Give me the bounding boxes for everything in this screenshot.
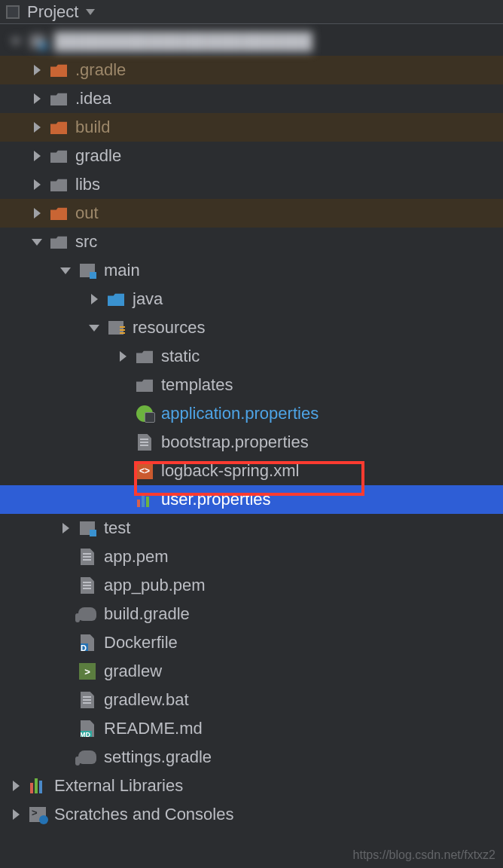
tree-label: .idea — [75, 89, 111, 108]
tree-label: External Libraries — [54, 776, 183, 796]
tree-label: gradlew.bat — [104, 690, 189, 710]
expand-toggle[interactable] — [32, 239, 42, 246]
tree-label: Dockerfile — [104, 633, 178, 653]
scratches-consoles[interactable]: Scratches and Consoles — [0, 800, 503, 829]
tree-label: .gradle — [75, 60, 126, 80]
folder-icon — [50, 90, 68, 108]
external-libraries[interactable]: External Libraries — [0, 772, 503, 800]
source-folder-icon — [107, 290, 125, 308]
expand-toggle[interactable] — [60, 267, 71, 274]
tree-label: app_pub.pem — [104, 576, 206, 595]
folder-out[interactable]: out — [0, 199, 503, 228]
shell-script-icon — [78, 662, 96, 680]
resources-folder-icon — [107, 319, 125, 337]
expand-toggle[interactable] — [11, 809, 21, 820]
module-icon — [29, 32, 47, 50]
tree-label: README.md — [104, 719, 203, 738]
folder-excluded-icon — [50, 204, 68, 222]
chevron-down-icon[interactable] — [86, 9, 95, 15]
folder-icon — [136, 376, 154, 394]
properties-file-icon — [136, 433, 154, 451]
module-icon — [78, 261, 96, 280]
tree-label: build.gradle — [104, 604, 190, 624]
watermark-text: https://blog.csdn.net/fxtxz2 — [353, 848, 495, 862]
tree-label: main — [104, 261, 140, 280]
tree-label: user.properties — [161, 490, 271, 509]
folder-test[interactable]: test — [0, 514, 503, 542]
tree-label: test — [104, 518, 130, 538]
file-user-properties[interactable]: user.properties — [0, 485, 503, 514]
expand-toggle[interactable] — [32, 151, 42, 161]
dockerfile-icon — [78, 634, 96, 652]
xml-file-icon: <> — [136, 462, 154, 480]
tree-label: src — [75, 232, 97, 252]
file-icon — [78, 691, 96, 709]
file-readme-md[interactable]: README.md — [0, 714, 503, 743]
project-root[interactable]: ██████████████████████ — [0, 27, 503, 56]
expand-toggle[interactable] — [89, 325, 99, 332]
file-logback-spring-xml[interactable]: <> logback-spring.xml — [0, 457, 503, 485]
folder-resources[interactable]: resources — [0, 313, 503, 342]
properties-file-icon — [136, 491, 154, 509]
file-app-pem[interactable]: app.pem — [0, 542, 503, 571]
folder-gradle-dir[interactable]: .gradle — [0, 56, 503, 84]
project-tree: ██████████████████████ .gradle .idea bui… — [0, 24, 503, 829]
folder-templates[interactable]: templates — [0, 371, 503, 399]
tree-label: templates — [161, 375, 233, 395]
tree-label: bootstrap.properties — [161, 432, 309, 452]
file-app-pub-pem[interactable]: app_pub.pem — [0, 571, 503, 600]
file-application-properties[interactable]: application.properties — [0, 399, 503, 428]
folder-main[interactable]: main — [0, 256, 503, 285]
tree-label: settings.gradle — [104, 747, 212, 767]
expand-toggle[interactable] — [32, 122, 42, 133]
file-build-gradle[interactable]: build.gradle — [0, 600, 503, 628]
expand-toggle[interactable] — [11, 38, 21, 45]
folder-idea[interactable]: .idea — [0, 84, 503, 113]
folder-gradle[interactable]: gradle — [0, 142, 503, 170]
tree-label: gradlew — [104, 662, 162, 681]
expand-toggle[interactable] — [89, 294, 99, 304]
project-tool-icon — [6, 5, 20, 19]
file-icon — [78, 576, 96, 594]
markdown-file-icon — [78, 720, 96, 738]
folder-static[interactable]: static — [0, 342, 503, 371]
file-gradlew-bat[interactable]: gradlew.bat — [0, 686, 503, 714]
tree-label: java — [133, 289, 163, 309]
folder-excluded-icon — [50, 118, 68, 136]
scratches-icon — [29, 805, 47, 824]
expand-toggle[interactable] — [32, 179, 42, 190]
expand-toggle[interactable] — [32, 65, 42, 75]
tree-label: application.properties — [161, 404, 319, 423]
folder-icon — [136, 347, 154, 365]
file-icon — [78, 548, 96, 566]
file-gradlew[interactable]: gradlew — [0, 657, 503, 686]
tree-label: app.pem — [104, 547, 169, 567]
spring-icon — [136, 405, 154, 423]
tree-label: out — [75, 203, 99, 223]
file-dockerfile[interactable]: Dockerfile — [0, 628, 503, 657]
module-icon — [78, 519, 96, 537]
tree-label: resources — [133, 318, 206, 338]
gradle-icon — [78, 605, 96, 623]
expand-toggle[interactable] — [32, 93, 42, 104]
tree-label: ██████████████████████ — [54, 32, 312, 51]
folder-build[interactable]: build — [0, 113, 503, 142]
file-bootstrap-properties[interactable]: bootstrap.properties — [0, 428, 503, 457]
expand-toggle[interactable] — [32, 208, 42, 219]
folder-icon — [50, 233, 68, 251]
folder-src[interactable]: src — [0, 228, 503, 256]
file-settings-gradle[interactable]: settings.gradle — [0, 743, 503, 772]
tool-window-header: Project — [0, 0, 503, 24]
tree-label: static — [161, 347, 200, 366]
library-icon — [29, 777, 47, 795]
expand-toggle[interactable] — [11, 781, 21, 791]
tree-label: Scratches and Consoles — [54, 805, 233, 824]
folder-libs[interactable]: libs — [0, 170, 503, 199]
expand-toggle[interactable] — [60, 523, 71, 533]
folder-icon — [50, 176, 68, 194]
tree-label: logback-spring.xml — [161, 461, 299, 481]
expand-toggle[interactable] — [117, 351, 128, 362]
folder-java[interactable]: java — [0, 285, 503, 313]
tool-window-title: Project — [27, 2, 78, 22]
folder-icon — [50, 147, 68, 165]
